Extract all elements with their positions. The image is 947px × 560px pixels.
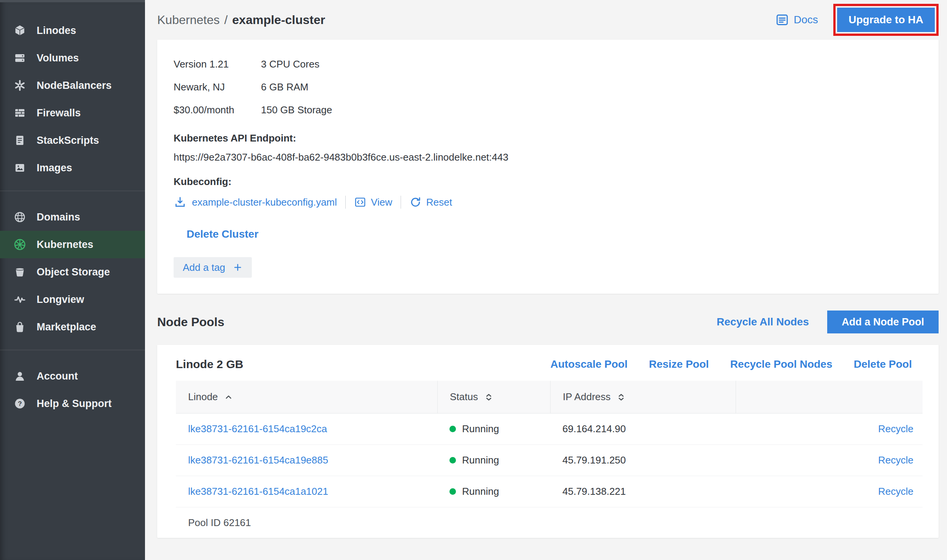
recycle-node-link[interactable]: Recycle [878,454,913,466]
add-tag-button[interactable]: Add a tag [174,257,252,278]
kubeconfig-actions: example-cluster-kubeconfig.yaml View Res… [174,195,922,210]
node-pool-card: Linode 2 GB Autoscale Pool Resize Pool R… [157,345,939,538]
pool-name: Linode 2 GB [176,358,243,371]
breadcrumb: Kubernetes / example-cluster [157,13,325,27]
cube-icon [13,24,27,37]
api-endpoint-url: https://9e2a7307-b6ac-408f-ba62-9483b0b3… [174,150,922,164]
cluster-version: Version 1.21 [174,53,261,76]
node-pools-title: Node Pools [157,315,224,329]
stackscripts-icon [13,134,27,147]
breadcrumb-kubernetes[interactable]: Kubernetes [157,13,220,27]
sort-both-icon [616,392,627,402]
column-label: IP Address [563,391,610,403]
sidebar-divider [0,350,145,350]
cluster-specs: Version 1.21 3 CPU Cores Newark, NJ 6 GB… [174,53,922,121]
reset-icon [409,196,422,208]
delete-cluster-button[interactable]: Delete Cluster [187,228,258,240]
download-icon [174,196,187,209]
api-endpoint-label: Kubernetes API Endpoint: [174,131,922,145]
sidebar-item-images[interactable]: Images [0,154,145,182]
sidebar-item-label: Domains [37,211,80,223]
sidebar-item-label: Volumes [37,52,79,64]
column-label: Linode [188,391,218,403]
view-code-icon [354,196,366,208]
node-link[interactable]: lke38731-62161-6154ca1a1021 [188,486,328,497]
cluster-price: $30.00/month [174,98,261,121]
app-window: Linodes Volumes NodeBalancers Firewalls [0,0,947,560]
sidebar-item-label: Help & Support [37,398,112,410]
sidebar-item-nodebalancers[interactable]: NodeBalancers [0,72,145,99]
recycle-node-link[interactable]: Recycle [878,486,913,497]
status-text: Running [462,454,499,466]
help-icon: ? [13,397,27,410]
header-actions: Docs Upgrade to HA [775,4,939,36]
pool-action-links: Autoscale Pool Resize Pool Recycle Pool … [550,358,912,370]
kubeconfig-view-button[interactable]: View [354,196,392,208]
reset-label: Reset [426,196,452,208]
sidebar-item-marketplace[interactable]: Marketplace [0,313,145,341]
pulse-icon [13,293,27,306]
cluster-storage: 150 GB Storage [261,98,332,121]
sidebar-item-stackscripts[interactable]: StackScripts [0,127,145,154]
column-label: Status [450,391,478,403]
recycle-node-link[interactable]: Recycle [878,423,913,434]
divider [345,196,346,209]
sidebar-item-help-support[interactable]: ? Help & Support [0,390,145,417]
kubeconfig-download-link[interactable]: example-cluster-kubeconfig.yaml [192,196,337,208]
sidebar-item-account[interactable]: Account [0,362,145,390]
plus-icon [233,262,243,272]
sidebar-item-volumes[interactable]: Volumes [0,44,145,72]
recycle-all-nodes-link[interactable]: Recycle All Nodes [717,316,809,328]
breadcrumb-separator: / [224,13,228,27]
sidebar-item-domains[interactable]: Domains [0,203,145,231]
sidebar-item-firewalls[interactable]: Firewalls [0,99,145,127]
sidebar-item-longview[interactable]: Longview [0,286,145,313]
sidebar-item-linodes[interactable]: Linodes [0,17,145,44]
delete-pool-link[interactable]: Delete Pool [854,358,912,370]
sidebar-item-label: Longview [37,294,84,306]
resize-pool-link[interactable]: Resize Pool [649,358,709,370]
status-text: Running [462,423,499,435]
status-dot-running [449,426,456,432]
page-title: example-cluster [232,13,325,27]
account-icon [13,369,27,383]
add-tag-label: Add a tag [183,262,225,274]
column-header-ip-address[interactable]: IP Address [550,381,736,413]
nodebalancer-icon [13,79,27,92]
kubeconfig-reset-button[interactable]: Reset [409,196,452,208]
status-dot-running [449,488,456,495]
autoscale-pool-link[interactable]: Autoscale Pool [550,358,627,370]
pool-header: Linode 2 GB Autoscale Pool Resize Pool R… [157,345,939,381]
marketplace-icon [13,320,27,334]
node-pools-actions: Recycle All Nodes Add a Node Pool [717,311,939,333]
status-text: Running [462,486,499,497]
sidebar-item-label: Images [37,162,72,174]
sidebar-item-object-storage[interactable]: Object Storage [0,258,145,286]
ip-address: 45.79.138.221 [550,486,736,497]
table-header-row: Linode Status IP Address [176,381,923,414]
sidebar-item-label: NodeBalancers [37,80,112,92]
cluster-summary-card: Version 1.21 3 CPU Cores Newark, NJ 6 GB… [157,40,939,294]
view-label: View [371,196,392,208]
status-dot-running [449,457,456,463]
cluster-ram: 6 GB RAM [261,76,332,98]
column-header-linode[interactable]: Linode [176,381,437,413]
node-link[interactable]: lke38731-62161-6154ca19e885 [188,454,328,466]
sidebar: Linodes Volumes NodeBalancers Firewalls [0,0,145,560]
svg-text:?: ? [18,400,22,407]
main-content: Kubernetes / example-cluster Docs Upgrad… [145,0,947,560]
sort-asc-icon [223,392,234,402]
sidebar-item-kubernetes[interactable]: Kubernetes [0,231,145,258]
cluster-cpu: 3 CPU Cores [261,53,332,76]
docs-link[interactable]: Docs [775,13,818,27]
node-link[interactable]: lke38731-62161-6154ca19c2ca [188,423,327,434]
column-header-status[interactable]: Status [437,381,550,413]
ip-address: 45.79.191.250 [550,454,736,466]
table-row: lke38731-62161-6154ca19e885 Running 45.7… [176,445,923,476]
add-node-pool-button[interactable]: Add a Node Pool [827,311,939,333]
recycle-pool-nodes-link[interactable]: Recycle Pool Nodes [730,358,833,370]
volumes-icon [13,51,27,65]
upgrade-to-ha-button[interactable]: Upgrade to HA [837,8,935,32]
kubernetes-icon [13,238,27,251]
column-header-actions [736,381,923,413]
